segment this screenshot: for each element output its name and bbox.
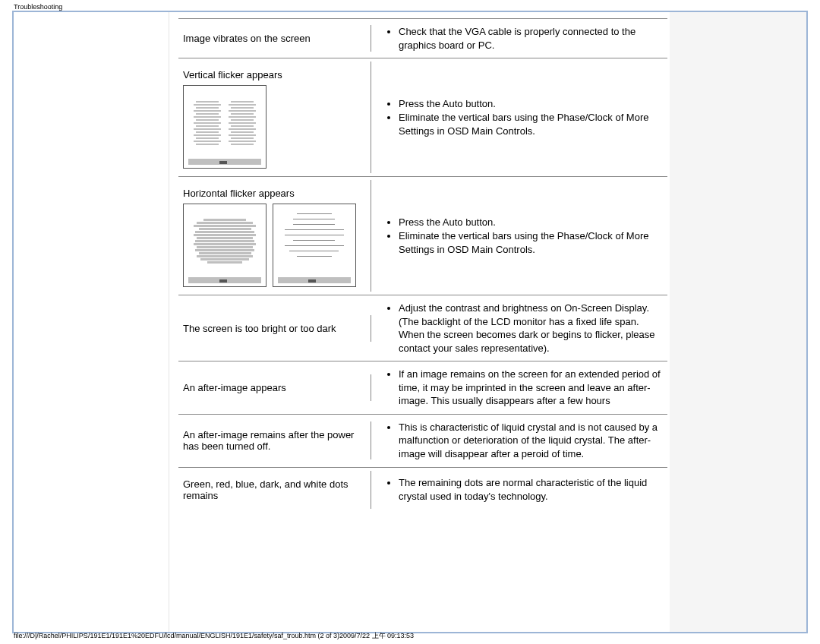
problem-text: Horizontal flicker appears: [183, 188, 366, 199]
problem-text: Image vibrates on the screen: [181, 25, 371, 52]
troubleshooting-table: Image vibrates on the screen Check that …: [178, 18, 667, 512]
solution-item: The remaining dots are normal characteri…: [399, 476, 667, 503]
solution-item: Check that the VGA cable is properly con…: [399, 25, 667, 52]
table-row: Image vibrates on the screen Check that …: [178, 18, 667, 58]
problem-text: Green, red, blue, dark, and white dots r…: [181, 471, 371, 509]
vertical-flicker-diagram: [183, 85, 266, 169]
table-row: The screen is too bright or too dark Adj…: [178, 295, 667, 361]
left-sidebar: [14, 12, 169, 632]
page-title: Troubleshooting: [0, 0, 820, 11]
table-row: Green, red, blue, dark, and white dots r…: [178, 467, 667, 512]
footer-filepath: file:///D|/Rachel/PHILIPS/191E1/191E1%20…: [14, 631, 414, 641]
problem-text: An after-image appears: [181, 374, 371, 401]
problem-text: Vertical flicker appears: [183, 69, 366, 80]
horizontal-flicker-diagram-b: [273, 204, 356, 287]
right-shadow: [670, 12, 806, 632]
solution-item: Adjust the contrast and brightness on On…: [399, 301, 667, 355]
solution-item: Press the Auto button.: [399, 97, 667, 111]
problem-text: The screen is too bright or too dark: [181, 315, 371, 342]
solution-item: Eliminate the vertical bars using the Ph…: [399, 229, 667, 256]
content-area: Image vibrates on the screen Check that …: [169, 12, 806, 632]
table-row: Vertical flicker appears: [178, 58, 667, 176]
table-row: Horizontal flicker appears: [178, 176, 667, 295]
table-row: An after-image appears If an image remai…: [178, 361, 667, 414]
solution-item: Eliminate the vertical bars using the Ph…: [399, 111, 667, 137]
table-row: An after-image remains after the power h…: [178, 414, 667, 467]
document-frame: Image vibrates on the screen Check that …: [12, 11, 808, 633]
solution-item: This is characteristic of liquid crystal…: [399, 421, 667, 461]
solution-item: Press the Auto button.: [399, 216, 667, 229]
horizontal-flicker-diagram-a: [183, 204, 266, 287]
solution-item: If an image remains on the screen for an…: [399, 368, 667, 408]
problem-text: An after-image remains after the power h…: [181, 421, 371, 459]
